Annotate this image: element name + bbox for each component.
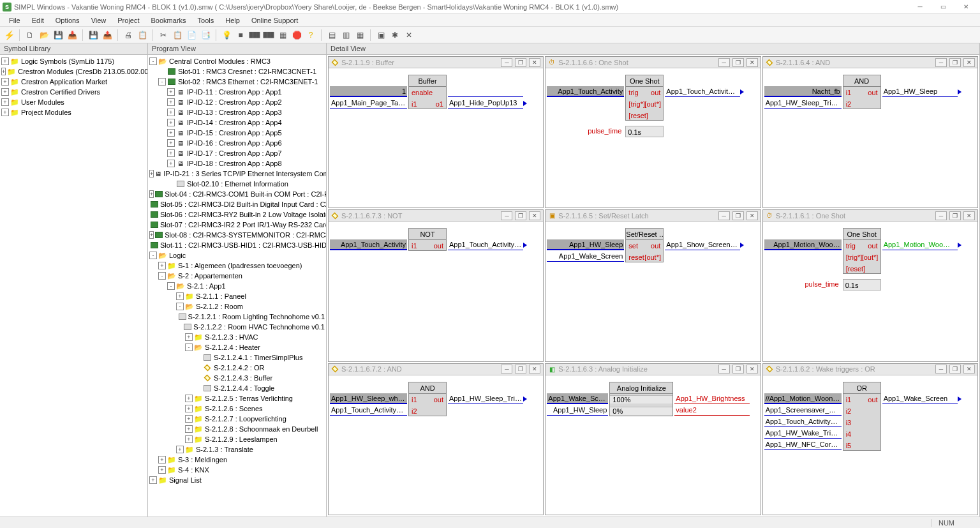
- port-in[interactable]: [trig*]: [843, 253, 862, 261]
- tree-expander[interactable]: +: [185, 405, 193, 412]
- close-icon[interactable]: ✕: [963, 58, 975, 67]
- port-out[interactable]: out: [427, 396, 446, 404]
- logic-block[interactable]: Set/Reset …setoutreset[out*]: [625, 228, 664, 262]
- signal-input[interactable]: App1_Screensaver_Pre…: [764, 405, 842, 416]
- tree-item[interactable]: +Crestron Application Market: [1, 77, 146, 87]
- logic-symbol-b1[interactable]: S-2.1.1.9 : Buffer─❐✕Bufferenablei1o11Ap…: [328, 56, 544, 208]
- tree-item[interactable]: +S-2.1.2.7 : Loopverlichting: [149, 414, 325, 424]
- tree-item[interactable]: -S-2.1 : App1: [149, 281, 325, 291]
- minimize-button[interactable]: ─: [909, 1, 932, 13]
- tree-expander[interactable]: -: [176, 303, 184, 310]
- tree-item[interactable]: +S-2.1.2.5 : Terras Verlichting: [149, 393, 325, 404]
- port-in[interactable]: i2: [409, 407, 427, 415]
- tree-expander[interactable]: +: [1, 109, 9, 116]
- minimize-icon[interactable]: ─: [935, 211, 947, 220]
- menu-tools[interactable]: Tools: [193, 15, 219, 26]
- param-value[interactable]: 0.1s: [625, 126, 664, 137]
- tree-item[interactable]: +IP-ID-16 : Crestron App : App6: [149, 138, 325, 148]
- tree-item[interactable]: +IP-ID-21 : 3 Series TCP/IP Ethernet Int…: [149, 169, 325, 179]
- signal-input[interactable]: App1_Touch_Activity: [330, 239, 407, 250]
- tree-expander[interactable]: +: [158, 456, 166, 464]
- closeall-icon[interactable]: ✕: [403, 29, 415, 41]
- tree-expander[interactable]: +: [158, 262, 166, 269]
- tree-expander[interactable]: +: [176, 292, 184, 300]
- tree-item[interactable]: +S-2.1.3 : Translate: [149, 444, 325, 455]
- tree-item[interactable]: +S-3 : Meldingen: [149, 455, 325, 465]
- tree-expander[interactable]: +: [158, 466, 166, 474]
- signal-input[interactable]: App1_Touch_Activity: [547, 86, 624, 97]
- port-out[interactable]: o1: [427, 100, 446, 108]
- logic-block[interactable]: ANDi1outi2: [843, 75, 881, 109]
- tree-expander[interactable]: +: [167, 109, 175, 116]
- param-value[interactable]: 0%: [610, 407, 672, 415]
- tree-expander[interactable]: +: [149, 476, 157, 484]
- tree-expander[interactable]: +: [167, 98, 175, 106]
- signal-output[interactable]: App1_Touch_Activity_Not: [448, 239, 523, 250]
- tree-item[interactable]: -Central Control Modules : RMC3: [149, 56, 325, 66]
- tree-item[interactable]: +S-2.1.2.3 : HVAC: [149, 332, 325, 342]
- param-value[interactable]: 0.1s: [843, 279, 881, 290]
- menu-options[interactable]: Options: [50, 15, 85, 26]
- port-out[interactable]: [out*]: [644, 100, 663, 108]
- menu-file[interactable]: File: [4, 15, 26, 26]
- restore-icon[interactable]: ❐: [732, 58, 744, 67]
- tree-expander[interactable]: +: [1, 98, 9, 106]
- tree-item[interactable]: -S-2.1.2 : Room: [149, 301, 325, 312]
- minimize-icon[interactable]: ─: [501, 365, 512, 373]
- import-icon[interactable]: 📥: [66, 29, 78, 41]
- port-out[interactable]: out: [862, 89, 880, 96]
- preview-icon[interactable]: 📋: [136, 29, 149, 41]
- port-out[interactable]: out: [862, 396, 880, 404]
- close-button[interactable]: ✕: [954, 1, 977, 13]
- tree-item[interactable]: +Slot-04 : C2I-RMC3-COM1 Built-in COM Po…: [149, 189, 325, 199]
- tree-expander[interactable]: +: [167, 149, 175, 157]
- port-in[interactable]: reset: [626, 253, 644, 261]
- port-out[interactable]: out: [644, 89, 663, 96]
- print-icon[interactable]: 🖨: [122, 29, 135, 41]
- port-in[interactable]: i3: [843, 419, 862, 426]
- logic-block[interactable]: Bufferenablei1o1: [408, 75, 447, 109]
- tree-item[interactable]: +Project Modules: [1, 107, 146, 117]
- tree-expander[interactable]: -: [158, 272, 166, 280]
- close-icon[interactable]: ✕: [529, 365, 540, 373]
- maximize-button[interactable]: ▭: [932, 1, 954, 13]
- copy-icon[interactable]: 📋: [171, 29, 184, 41]
- tree-item[interactable]: Slot-06 : C2I-RMC3-RY2 Built-in 2 Low Vo…: [149, 209, 325, 220]
- symbol-library-tree[interactable]: +Logic Symbols (SymLib 1175)+Crestron Mo…: [0, 55, 147, 517]
- port-in[interactable]: [trig*]: [626, 100, 644, 108]
- bookmark-icon[interactable]: ■: [234, 29, 247, 41]
- minimize-icon[interactable]: ─: [718, 58, 730, 67]
- port-out[interactable]: out: [644, 242, 663, 250]
- tree-expander[interactable]: +: [185, 425, 193, 433]
- close-icon[interactable]: ✕: [963, 365, 975, 373]
- paste-icon[interactable]: 📄: [185, 29, 198, 41]
- tree-item[interactable]: Slot-01 : RMC3 Cresnet : C2I-RMC3CNET-1: [149, 66, 325, 77]
- restore-icon[interactable]: ❐: [515, 365, 526, 373]
- tree-item[interactable]: Slot-05 : C2I-RMC3-DI2 Built-in Digital …: [149, 199, 325, 209]
- signal-output[interactable]: App1_Wake_Screen: [882, 393, 958, 404]
- tree-item[interactable]: +IP-ID-17 : Crestron App : App7: [149, 148, 325, 158]
- restore-icon[interactable]: ❐: [515, 58, 526, 67]
- port-in[interactable]: i1: [409, 396, 427, 404]
- signal-input[interactable]: App1_HW_Sleep_Trigger: [764, 98, 842, 109]
- logic-block[interactable]: ANDi1outi2: [408, 382, 447, 416]
- signal-input[interactable]: App1_HW_Sleep_when…: [330, 393, 407, 404]
- tree-item[interactable]: -Logic: [149, 250, 325, 260]
- save-icon[interactable]: 💾: [52, 29, 64, 41]
- cut-icon[interactable]: ✂: [157, 29, 170, 41]
- tree-item[interactable]: Slot-02.10 : Ethernet Information: [149, 179, 325, 189]
- menu-bookmarks[interactable]: Bookmarks: [146, 15, 191, 26]
- tree-expander[interactable]: +: [149, 231, 154, 239]
- tree-expander[interactable]: +: [167, 160, 175, 167]
- tree-expander[interactable]: +: [185, 333, 193, 341]
- port-in[interactable]: i4: [843, 430, 862, 438]
- logic-symbol-b7[interactable]: S-2.1.1.6.7.2 : AND─❐✕ANDi1outi2App1_HW_…: [328, 363, 544, 515]
- tree-item[interactable]: +S-2.1.2.8 : Schoonmaak en Deurbell: [149, 424, 325, 434]
- signal-output[interactable]: value2: [674, 405, 750, 416]
- tree-expander[interactable]: +: [185, 395, 193, 402]
- open-icon[interactable]: 📂: [38, 29, 50, 41]
- mem2-icon[interactable]: ███: [262, 29, 275, 41]
- port-in[interactable]: i1: [843, 396, 862, 404]
- export-icon[interactable]: 📤: [101, 29, 114, 41]
- tree-item[interactable]: S-2.1.2.4.1 : TimerSimplPlus: [149, 352, 325, 363]
